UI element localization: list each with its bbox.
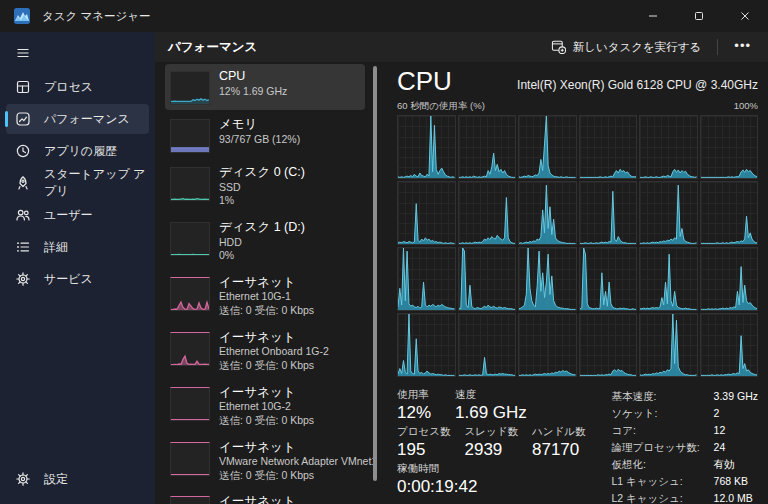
perf-item-title: ディスク 1 (D:)	[219, 220, 305, 236]
perf-item-title: イーサネット	[219, 385, 314, 401]
core-graph-cpu-8	[518, 181, 577, 245]
sidebar-item-label: 詳細	[44, 239, 68, 256]
spec-label: ソケット:	[611, 407, 699, 421]
sidebar-item-startup[interactable]: スタートアップ アプリ	[6, 168, 149, 198]
close-button[interactable]	[722, 0, 768, 32]
cpu-stats-left: 使用率 12% 速度 1.69 GHz プロセス数	[397, 386, 585, 504]
core-graph-cpu-22	[639, 313, 698, 377]
perf-item-subtitle: SSD	[219, 181, 305, 195]
eth1-mini-graph	[170, 277, 210, 311]
perf-item-title: イーサネット	[219, 275, 314, 291]
graph-max-label: 100%	[734, 100, 758, 113]
scrollbar-thumb[interactable]	[373, 66, 377, 481]
handles-value: 87170	[532, 440, 585, 460]
perf-list-item-cpu[interactable]: CPU12% 1.69 GHz	[165, 64, 365, 110]
settings-icon	[15, 471, 31, 487]
run-new-task-button[interactable]: 新しいタスクを実行する	[542, 35, 711, 60]
perf-list-item-eth4[interactable]: イーサネットVMware Network Adapter VMnet1送信: 0…	[165, 435, 365, 488]
usage-label: 使用率	[397, 388, 441, 402]
startup-icon	[15, 175, 31, 191]
core-graph-cpu-5	[700, 115, 759, 179]
more-options-button[interactable]: •••	[725, 36, 760, 59]
spec-value: 有効	[714, 458, 758, 472]
core-graph-cpu-1	[458, 115, 517, 179]
perf-item-subtitle: 0%	[219, 249, 305, 263]
sidebar-item-performance[interactable]: パフォーマンス	[6, 104, 149, 134]
cpu-model-name: Intel(R) Xeon(R) Gold 6128 CPU @ 3.40GHz	[517, 78, 758, 97]
app-icon	[14, 8, 30, 24]
perf-item-subtitle: 送信: 0 受信: 0 Kbps	[219, 469, 360, 483]
core-graph-cpu-3	[579, 115, 638, 179]
perf-list: CPU12% 1.69 GHzメモリ93/767 GB (12%)ディスク 0 …	[165, 64, 381, 504]
spec-value: 24	[714, 441, 758, 455]
perf-item-subtitle: 送信: 0 受信: 0 Kbps	[219, 414, 314, 428]
core-graph-cpu-15	[579, 247, 638, 311]
hamburger-menu-button[interactable]	[6, 38, 149, 68]
usage-value: 12%	[397, 403, 441, 423]
processes-icon	[15, 79, 31, 95]
sidebar-item-processes[interactable]: プロセス	[6, 72, 149, 102]
sidebar-item-users[interactable]: ユーザー	[6, 200, 149, 230]
perf-item-subtitle: 93/767 GB (12%)	[219, 133, 300, 147]
sidebar-item-label: アプリの履歴	[44, 143, 117, 160]
window-title: タスク マネージャー	[42, 9, 151, 24]
perf-list-item-eth3[interactable]: イーサネットEthernet 10G-2送信: 0 受信: 0 Kbps	[165, 380, 365, 433]
spec-value: 3.39 GHz	[714, 390, 758, 404]
spec-value: 12	[714, 424, 758, 438]
eth2-mini-graph	[170, 332, 210, 366]
core-graph-cpu-19	[458, 313, 517, 377]
perf-item-subtitle: 送信: 0 受信: 0 Kbps	[219, 359, 329, 373]
core-graph-cpu-13	[458, 247, 517, 311]
task-manager-window: タスク マネージャー プロセスパフォーマンスアプリの履歴スタートアップ アプリユ…	[0, 0, 768, 504]
sidebar-item-services[interactable]: サービス	[6, 264, 149, 294]
core-graph-cpu-4	[639, 115, 698, 179]
page-header: パフォーマンス 新しいタスクを実行する •••	[155, 32, 768, 62]
cpu-detail-panel: CPU Intel(R) Xeon(R) Gold 6128 CPU @ 3.4…	[381, 64, 768, 504]
sidebar-item-settings[interactable]: 設定	[6, 464, 149, 494]
spec-label: 論理プロセッサ数:	[611, 441, 699, 455]
sidebar-item-app-history[interactable]: アプリの履歴	[6, 136, 149, 166]
perf-list-item-disk1[interactable]: ディスク 1 (D:)HDD0%	[165, 215, 365, 268]
eth4-mini-graph	[170, 442, 210, 476]
services-icon	[15, 271, 31, 287]
perf-list-item-eth1[interactable]: イーサネットEthernet 10G-1送信: 0 受信: 0 Kbps	[165, 270, 365, 323]
minimize-button[interactable]	[630, 0, 676, 32]
uptime-value: 0:00:19:42	[397, 477, 477, 497]
speed-label: 速度	[455, 388, 527, 402]
performance-content: CPU12% 1.69 GHzメモリ93/767 GB (12%)ディスク 0 …	[155, 62, 768, 504]
perf-list-item-eth2[interactable]: イーサネットEthernet Onboard 1G-2送信: 0 受信: 0 K…	[165, 325, 365, 378]
disk1-mini-graph	[170, 222, 210, 256]
sidebar: プロセスパフォーマンスアプリの履歴スタートアップ アプリユーザー詳細サービス 設…	[0, 32, 155, 504]
detail-title: CPU	[397, 67, 452, 97]
perf-list-item-memory[interactable]: メモリ93/767 GB (12%)	[165, 112, 365, 158]
sidebar-item-label: スタートアップ アプリ	[44, 166, 149, 200]
perf-item-title: イーサネット	[219, 440, 360, 456]
sidebar-item-label: 設定	[44, 471, 68, 488]
threads-label: スレッド数	[464, 425, 517, 439]
perf-list-item-disk0[interactable]: ディスク 0 (C:)SSD1%	[165, 160, 365, 213]
core-graph-cpu-9	[579, 181, 638, 245]
logical-processors-grid	[397, 115, 758, 377]
core-graph-cpu-14	[518, 247, 577, 311]
sidebar-item-details[interactable]: 詳細	[6, 232, 149, 262]
spec-label: 基本速度:	[611, 390, 699, 404]
perf-list-item-eth5[interactable]: イーサネットVMware Network Adapter VMnet8送信: 0…	[165, 489, 365, 504]
maximize-button[interactable]	[676, 0, 722, 32]
spec-value: 2	[714, 407, 758, 421]
perf-item-title: イーサネット	[219, 330, 329, 346]
sidebar-item-label: パフォーマンス	[44, 111, 130, 128]
cpu-specs: 基本速度:3.39 GHzソケット:2コア:12論理プロセッサ数:24仮想化:有…	[611, 390, 758, 504]
list-scrollbar[interactable]	[373, 66, 377, 498]
disk0-mini-graph	[170, 167, 210, 201]
processes-value: 195	[397, 440, 450, 460]
core-graph-cpu-6	[397, 181, 456, 245]
window-controls	[630, 0, 768, 32]
perf-item-subtitle: HDD	[219, 236, 305, 250]
run-new-task-label: 新しいタスクを実行する	[573, 40, 702, 55]
performance-icon	[15, 111, 31, 127]
core-graph-cpu-21	[579, 313, 638, 377]
perf-item-subtitle: 1%	[219, 194, 305, 208]
speed-value: 1.69 GHz	[455, 403, 527, 423]
core-graph-cpu-0	[397, 115, 456, 179]
spec-label: L1 キャッシュ:	[611, 475, 699, 489]
